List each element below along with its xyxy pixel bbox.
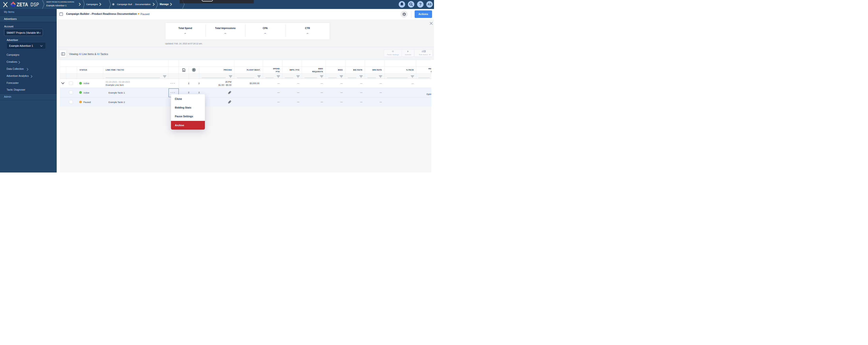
svg-text:AS: AS: [428, 3, 432, 6]
svg-text:?: ?: [419, 2, 422, 6]
